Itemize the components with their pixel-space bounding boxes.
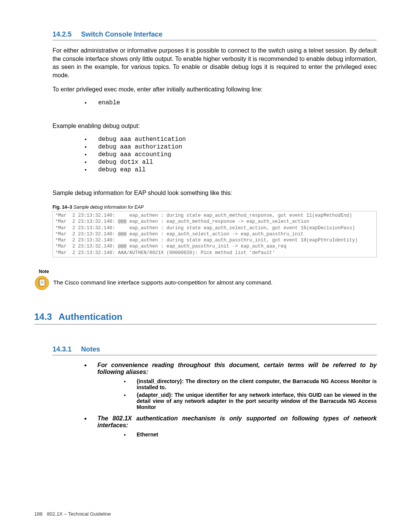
notes-subitem: Ethernet [130,431,377,438]
notes-sublist: Ethernet [97,431,377,438]
heading-number: 14.2.5 [53,30,79,38]
page-number: 188 [34,511,43,517]
notes-subitem: {install_directory}: The directory on th… [130,377,377,391]
term-desc: The unique identifier for any network in… [137,392,377,410]
notes-list: For convenience reading throughout this … [53,361,377,441]
command-item: debug dot1x all [91,158,377,166]
notes-item-text: For convenience reading throughout this … [97,362,377,375]
svg-rect-2 [40,279,45,286]
note-label: Note [39,269,377,274]
command-item: debug aaa authorization [91,143,377,151]
command-item: debug aaa authentication [91,136,377,143]
heading-title: Switch Console Interface [81,30,162,38]
command-item: debug eap all [91,166,377,174]
paragraph: Sample debug information for EAP should … [53,189,377,197]
page-footer: 188 802.1X – Technical Guideline [34,511,111,517]
heading-title: Authentication [59,312,123,322]
heading-14-3-1: 14.3.1 Notes [53,345,377,355]
note-icon [34,275,49,291]
command-list: enable [53,99,377,107]
notes-item: The 802.1X authentication mechanism is o… [91,414,377,441]
figure-label: Fig. 14–3 [53,204,72,210]
command-item: debug aaa accounting [91,151,377,158]
note-block: Note The Cisco command line interface su… [34,269,377,291]
paragraph: To enter privileged exec mode, enter aft… [53,85,377,94]
heading-14-3: 14.3 Authentication [34,312,377,324]
command-list: debug aaa authentication debug aaa autho… [53,136,377,174]
heading-14-2-5: 14.2.5 Switch Console Interface [53,30,377,40]
notes-subitem: {adapter_uid}: The unique identifier for… [130,391,377,411]
figure-title: Sample debug information for EAP [73,204,144,210]
term: {adapter_uid}: [137,392,173,398]
heading-number: 14.3.1 [53,345,79,353]
notes-sublist: {install_directory}: The directory on th… [97,377,377,411]
heading-number: 14.3 [34,312,56,322]
notes-item: For convenience reading throughout this … [91,361,377,414]
figure-caption: Fig. 14–3 Sample debug information for E… [53,204,377,210]
note-text: The Cisco command line interface support… [53,275,272,286]
paragraph: For either administrative or informative… [53,46,377,79]
heading-title: Notes [81,345,100,353]
paragraph: Example enabling debug output: [53,122,377,130]
notes-item-text: The 802.1X authentication mechanism is o… [97,415,377,428]
footer-title: 802.1X – Technical Guideline [47,511,111,517]
code-sample: *Mar 2 23:13:32.140: eap_authen : during… [53,211,377,257]
command-item: enable [91,99,377,107]
term: {install_directory}: [137,378,184,384]
